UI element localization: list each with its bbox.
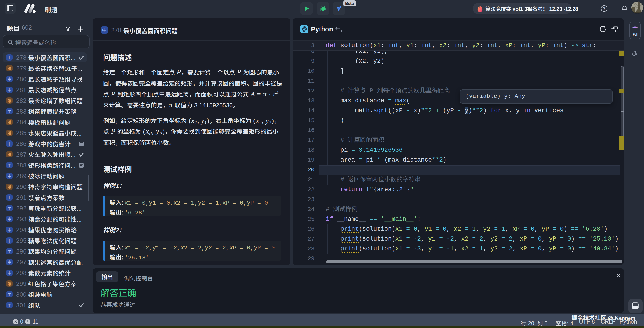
svg-text:?: ?: [603, 6, 606, 11]
